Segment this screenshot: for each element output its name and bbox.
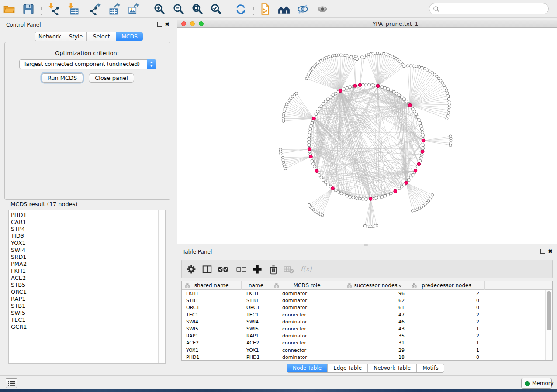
mcds-result-item[interactable]: FKH1: [9, 268, 158, 275]
add-icon[interactable]: [252, 264, 263, 275]
cell: YOX1: [246, 347, 270, 354]
mcds-result-list[interactable]: PHD1CAR1STP4TID3YOX1SWI4SRD1PMA2FKH1ACE2…: [8, 210, 166, 364]
mcds-result-item[interactable]: TID3: [9, 233, 158, 240]
cell: connector: [282, 312, 343, 319]
delete-icon[interactable]: [268, 264, 279, 275]
table-row[interactable]: TEC1TEC1connector472: [182, 312, 552, 319]
eye-icon[interactable]: [316, 3, 329, 15]
mcds-result-item[interactable]: PMA2: [9, 261, 158, 268]
mcds-result-item[interactable]: SRD1: [9, 254, 158, 261]
zoom-out-icon[interactable]: [173, 3, 185, 15]
desktop-background: [0, 389, 557, 392]
export-network-icon[interactable]: [90, 3, 102, 15]
tab-edge-table[interactable]: Edge Table: [328, 364, 368, 372]
window-close-button[interactable]: [181, 21, 186, 26]
tab-style[interactable]: Style: [65, 32, 87, 41]
table-row[interactable]: ORC1ORC1dominator610: [182, 304, 552, 311]
mcds-result-item[interactable]: TEC1: [9, 316, 158, 323]
network-window-titlebar[interactable]: YPA_prune.txt_1: [177, 20, 557, 28]
tab-select[interactable]: Select: [87, 32, 116, 41]
column-header-name[interactable]: name: [242, 281, 270, 290]
mcds-result-item[interactable]: ORC1: [9, 289, 158, 296]
cell: ORC1: [246, 304, 270, 311]
status-list-button[interactable]: [6, 378, 17, 388]
tab-mcds[interactable]: MCDS: [116, 32, 143, 41]
gear-icon[interactable]: [186, 264, 197, 275]
table-scrollbar[interactable]: [545, 290, 552, 360]
control-panel-float-icon[interactable]: [157, 22, 162, 27]
import-network-icon[interactable]: [47, 3, 59, 15]
table-row[interactable]: PHD1PHD1dominator180: [182, 354, 552, 361]
mcds-result-item[interactable]: CAR1: [9, 219, 158, 226]
zoom-fit-icon[interactable]: [191, 3, 204, 15]
cell: ORC1: [186, 304, 242, 311]
mcds-result-item[interactable]: STB5: [9, 282, 158, 289]
zoom-selected-icon[interactable]: [210, 3, 222, 15]
table-row[interactable]: FKH1FKH1dominator962: [182, 290, 552, 297]
table-toolbar: f(x): [181, 260, 553, 278]
tab-network-table[interactable]: Network Table: [368, 364, 417, 372]
close-panel-button[interactable]: Close panel: [89, 73, 134, 83]
table-row[interactable]: RAP1RAP1dominator352: [182, 333, 552, 340]
table-panel-float-icon[interactable]: [540, 249, 545, 254]
control-panel-close-icon[interactable]: ✖: [165, 22, 170, 27]
deselect-all-icon[interactable]: [236, 264, 247, 275]
control-panel-tabs: NetworkStyleSelectMCDS: [35, 32, 143, 41]
cell: ACE2: [246, 340, 270, 347]
column-header-predecessor-nodes[interactable]: predecessor nodes: [408, 281, 485, 290]
tab-network[interactable]: Network: [35, 32, 65, 41]
save-icon[interactable]: [22, 3, 35, 15]
select-stepper-icon: [147, 59, 156, 69]
table-row[interactable]: STB1STB1dominator620: [182, 297, 552, 304]
search-input[interactable]: [429, 3, 549, 14]
import-table-icon[interactable]: [66, 3, 79, 15]
tab-motifs[interactable]: Motifs: [417, 364, 444, 372]
mcds-result-item[interactable]: YOX1: [9, 240, 158, 247]
horizontal-splitter[interactable]: [177, 244, 557, 247]
open-file-icon[interactable]: [3, 3, 15, 15]
column-header-MCDS-role[interactable]: MCDS role: [271, 281, 343, 290]
eye-slash-icon[interactable]: [297, 3, 309, 15]
mcds-result-item[interactable]: GCR1: [9, 323, 158, 330]
zoom-in-icon[interactable]: [153, 3, 166, 15]
cell: FKH1: [246, 290, 270, 297]
select-all-icon[interactable]: [218, 264, 228, 275]
mcds-result-item[interactable]: RAP1: [9, 296, 158, 303]
mcds-result-item[interactable]: SWI4: [9, 247, 158, 254]
memory-button[interactable]: Memory: [521, 378, 552, 389]
mcds-result-item[interactable]: STP4: [9, 226, 158, 233]
table-row[interactable]: SWI5SWI5connector431: [182, 326, 552, 333]
column-header-successor-nodes[interactable]: successor nodes: [344, 281, 408, 290]
delete-table-icon[interactable]: [284, 264, 294, 275]
cell: ACE2: [186, 340, 242, 347]
window-zoom-button[interactable]: [199, 21, 204, 26]
function-icon[interactable]: f(x): [300, 264, 311, 275]
cell: dominator: [282, 290, 343, 297]
memory-status-icon: [525, 381, 530, 386]
mcds-result-item[interactable]: PHD1: [9, 212, 158, 219]
mcds-result-item[interactable]: ACE2: [9, 275, 158, 282]
share-document-icon[interactable]: [259, 3, 271, 15]
window-minimize-button[interactable]: [190, 21, 195, 26]
table-row[interactable]: YOX1YOX1connector291: [182, 347, 552, 354]
houses-icon[interactable]: [278, 3, 290, 15]
toolbar-separator: [41, 3, 42, 15]
tab-node-table[interactable]: Node Table: [287, 364, 328, 372]
export-image-icon[interactable]: [128, 3, 140, 15]
refresh-icon[interactable]: [235, 3, 247, 15]
vertical-splitter[interactable]: [174, 18, 177, 375]
mcds-result-item[interactable]: STB1: [9, 303, 158, 309]
network-canvas[interactable]: [177, 28, 557, 244]
cell: YOX1: [186, 347, 242, 354]
table-panel-close-icon[interactable]: ✖: [548, 249, 553, 254]
run-mcds-button[interactable]: Run MCDS: [42, 73, 83, 83]
mcds-result-item[interactable]: SWI5: [9, 309, 158, 316]
column-header-shared-name[interactable]: shared name: [182, 281, 242, 290]
split-panel-icon[interactable]: [202, 264, 212, 275]
optimization-criterion-select[interactable]: largest connected component (undirected): [19, 59, 156, 69]
export-table-icon[interactable]: [109, 3, 121, 15]
mcds-list-scrollbar[interactable]: [158, 210, 165, 363]
table-row[interactable]: SWI4SWI4dominator462: [182, 319, 552, 326]
table-row[interactable]: ACE2ACE2connector311: [182, 340, 552, 347]
cell: 0: [408, 304, 479, 311]
